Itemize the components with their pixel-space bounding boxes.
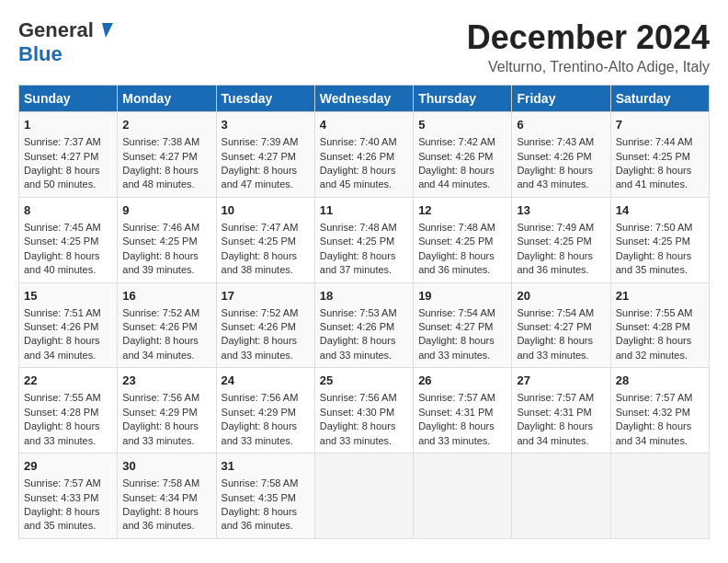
week-row: 1Sunrise: 7:37 AMSunset: 4:27 PMDaylight… bbox=[19, 112, 710, 198]
table-row bbox=[610, 454, 709, 539]
col-saturday: Saturday bbox=[610, 86, 709, 112]
table-row: 2Sunrise: 7:38 AMSunset: 4:27 PMDaylight… bbox=[118, 112, 216, 198]
table-row: 26Sunrise: 7:57 AMSunset: 4:31 PMDayligh… bbox=[414, 368, 512, 454]
table-row bbox=[512, 454, 610, 539]
table-row: 8Sunrise: 7:45 AMSunset: 4:25 PMDaylight… bbox=[19, 197, 118, 282]
table-row: 23Sunrise: 7:56 AMSunset: 4:29 PMDayligh… bbox=[118, 368, 216, 454]
table-row: 15Sunrise: 7:51 AMSunset: 4:26 PMDayligh… bbox=[19, 282, 118, 368]
logo-blue: Blue bbox=[18, 42, 63, 65]
logo-general: General bbox=[18, 18, 94, 42]
table-row: 29Sunrise: 7:57 AMSunset: 4:33 PMDayligh… bbox=[19, 454, 118, 539]
main-title: December 2024 bbox=[467, 18, 710, 57]
table-row: 25Sunrise: 7:56 AMSunset: 4:30 PMDayligh… bbox=[314, 368, 413, 454]
table-row: 31Sunrise: 7:58 AMSunset: 4:35 PMDayligh… bbox=[216, 454, 314, 539]
header-row: Sunday Monday Tuesday Wednesday Thursday… bbox=[19, 86, 710, 112]
table-row: 18Sunrise: 7:53 AMSunset: 4:26 PMDayligh… bbox=[314, 282, 413, 368]
table-row: 22Sunrise: 7:55 AMSunset: 4:28 PMDayligh… bbox=[19, 368, 118, 454]
table-row: 21Sunrise: 7:55 AMSunset: 4:28 PMDayligh… bbox=[610, 282, 709, 368]
table-row: 5Sunrise: 7:42 AMSunset: 4:26 PMDaylight… bbox=[414, 112, 512, 198]
logo: General Blue bbox=[18, 18, 115, 66]
table-row bbox=[314, 454, 413, 539]
table-row: 3Sunrise: 7:39 AMSunset: 4:27 PMDaylight… bbox=[216, 112, 314, 198]
subtitle: Velturno, Trentino-Alto Adige, Italy bbox=[467, 59, 710, 75]
week-row: 15Sunrise: 7:51 AMSunset: 4:26 PMDayligh… bbox=[19, 282, 710, 368]
table-row: 4Sunrise: 7:40 AMSunset: 4:26 PMDaylight… bbox=[314, 112, 413, 198]
col-tuesday: Tuesday bbox=[216, 86, 314, 112]
table-row: 20Sunrise: 7:54 AMSunset: 4:27 PMDayligh… bbox=[512, 282, 610, 368]
table-row: 19Sunrise: 7:54 AMSunset: 4:27 PMDayligh… bbox=[414, 282, 512, 368]
table-row: 7Sunrise: 7:44 AMSunset: 4:25 PMDaylight… bbox=[610, 112, 709, 198]
week-row: 29Sunrise: 7:57 AMSunset: 4:33 PMDayligh… bbox=[19, 454, 710, 539]
svg-marker-0 bbox=[102, 23, 113, 38]
table-row: 10Sunrise: 7:47 AMSunset: 4:25 PMDayligh… bbox=[216, 197, 314, 282]
table-row: 24Sunrise: 7:56 AMSunset: 4:29 PMDayligh… bbox=[216, 368, 314, 454]
table-row: 1Sunrise: 7:37 AMSunset: 4:27 PMDaylight… bbox=[19, 112, 118, 198]
table-row bbox=[414, 454, 512, 539]
table-row: 30Sunrise: 7:58 AMSunset: 4:34 PMDayligh… bbox=[118, 454, 216, 539]
col-sunday: Sunday bbox=[19, 86, 118, 112]
week-row: 8Sunrise: 7:45 AMSunset: 4:25 PMDaylight… bbox=[19, 197, 710, 282]
table-row: 13Sunrise: 7:49 AMSunset: 4:25 PMDayligh… bbox=[512, 197, 610, 282]
week-row: 22Sunrise: 7:55 AMSunset: 4:28 PMDayligh… bbox=[19, 368, 710, 454]
col-friday: Friday bbox=[512, 86, 610, 112]
table-row: 17Sunrise: 7:52 AMSunset: 4:26 PMDayligh… bbox=[216, 282, 314, 368]
table-row: 12Sunrise: 7:48 AMSunset: 4:25 PMDayligh… bbox=[414, 197, 512, 282]
table-row: 14Sunrise: 7:50 AMSunset: 4:25 PMDayligh… bbox=[610, 197, 709, 282]
table-row: 6Sunrise: 7:43 AMSunset: 4:26 PMDaylight… bbox=[512, 112, 610, 198]
table-row: 11Sunrise: 7:48 AMSunset: 4:25 PMDayligh… bbox=[314, 197, 413, 282]
logo-icon bbox=[95, 19, 115, 40]
page-header: General Blue December 2024 Velturno, Tre… bbox=[18, 18, 710, 75]
col-thursday: Thursday bbox=[414, 86, 512, 112]
col-wednesday: Wednesday bbox=[314, 86, 413, 112]
calendar-table: Sunday Monday Tuesday Wednesday Thursday… bbox=[18, 85, 710, 539]
table-row: 28Sunrise: 7:57 AMSunset: 4:32 PMDayligh… bbox=[610, 368, 709, 454]
table-row: 9Sunrise: 7:46 AMSunset: 4:25 PMDaylight… bbox=[118, 197, 216, 282]
col-monday: Monday bbox=[118, 86, 216, 112]
title-block: December 2024 Velturno, Trentino-Alto Ad… bbox=[467, 18, 710, 75]
table-row: 27Sunrise: 7:57 AMSunset: 4:31 PMDayligh… bbox=[512, 368, 610, 454]
table-row: 16Sunrise: 7:52 AMSunset: 4:26 PMDayligh… bbox=[118, 282, 216, 368]
